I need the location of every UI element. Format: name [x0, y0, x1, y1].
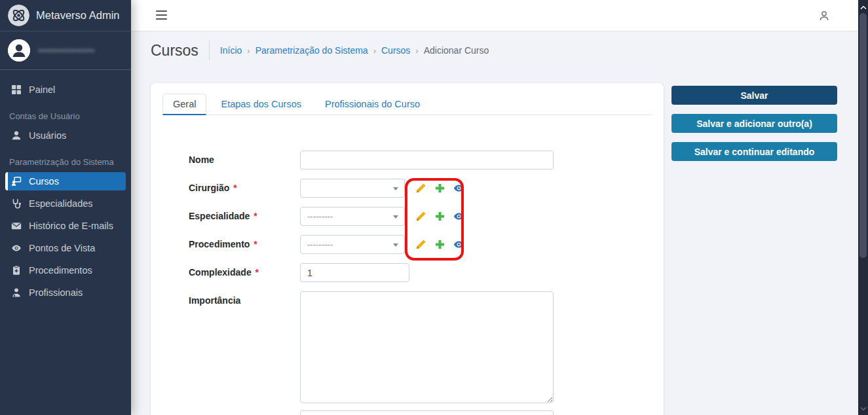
breadcrumb-cursos[interactable]: Cursos — [381, 45, 410, 56]
tab-bar: Geral Etapas dos Cursos Profissionais do… — [162, 94, 652, 115]
sidebar-item-procedimentos[interactable]: Procedimentos — [5, 261, 126, 280]
tab-geral[interactable]: Geral — [162, 94, 206, 115]
sidebar-nav: Painel Contas de Usuário Usuários Parame… — [0, 70, 131, 302]
scroll-up-arrow-icon[interactable] — [859, 3, 867, 12]
cirurgiao-select[interactable] — [300, 179, 405, 198]
header-divider — [209, 41, 210, 60]
user-avatar — [8, 39, 30, 62]
content-area: Cursos Início › Parametrização do Sistem… — [131, 31, 858, 415]
procedimento-related-actions — [415, 235, 464, 254]
sidebar-section-user-accounts: Contas de Usuário — [5, 103, 126, 126]
app: Metaverso Admin ••••••••••••••••••• Pain… — [0, 0, 868, 415]
view-eye-icon[interactable] — [453, 239, 464, 250]
course-form: Nome Cirurgião * — [151, 115, 664, 415]
breadcrumb-inicio[interactable]: Início — [220, 45, 242, 56]
sidebar-item-label: Procedimentos — [29, 265, 92, 276]
page-scrollbar[interactable] — [858, 0, 868, 415]
form-row-procedimento: Procedimento * --------- — [189, 235, 664, 254]
stethoscope-icon — [11, 198, 22, 209]
cirurgiao-related-actions — [415, 179, 464, 198]
form-row-complexidade: Complexidade * — [189, 263, 664, 282]
cirurgiao-label: Cirurgião * — [189, 179, 300, 198]
edit-pencil-icon[interactable] — [415, 239, 426, 250]
procedimento-select[interactable]: --------- — [300, 235, 405, 254]
edit-pencil-icon[interactable] — [415, 211, 426, 222]
save-actions-panel: Salvar Salvar e adicionar outro(a) Salva… — [671, 83, 837, 170]
top-navbar — [131, 0, 858, 31]
importancia-label: Importância — [189, 291, 300, 403]
grid-icon — [11, 84, 22, 95]
sidebar-item-label: Painel — [29, 84, 55, 95]
brand-link[interactable]: Metaverso Admin — [0, 0, 131, 31]
sidebar-item-label: Usuários — [29, 130, 66, 141]
breadcrumb-current: Adicionar Curso — [424, 45, 489, 56]
add-plus-icon[interactable] — [434, 211, 445, 222]
complexidade-label: Complexidade * — [189, 263, 300, 282]
sidebar-item-painel[interactable]: Painel — [5, 81, 126, 99]
complexidade-input[interactable] — [300, 263, 409, 282]
scroll-down-arrow-icon[interactable] — [859, 404, 867, 413]
user-outline-icon[interactable] — [818, 10, 830, 22]
importancia-textarea[interactable] — [300, 291, 554, 403]
form-row-importancia: Importância — [189, 291, 664, 403]
metaverso-logo-icon — [8, 5, 29, 26]
sidebar-item-label: Histórico de E-mails — [29, 221, 113, 231]
form-row-nome: Nome — [189, 151, 664, 170]
user-email-blurred: ••••••••••••••••••• — [38, 46, 94, 56]
salvar-e-adicionar-button[interactable]: Salvar e adicionar outro(a) — [671, 114, 837, 133]
required-marker: * — [255, 267, 259, 278]
form-row-especialidade: Especialidade * --------- — [189, 207, 664, 226]
form-row-cirurgiao: Cirurgião * — [189, 179, 664, 198]
sidebar-item-pontos-vista[interactable]: Pontos de Vista — [5, 239, 126, 257]
partial-bottom-input[interactable] — [300, 410, 554, 415]
user-panel[interactable]: ••••••••••••••••••• — [0, 31, 131, 70]
eye-icon — [11, 243, 22, 253]
sidebar-item-label: Cursos — [29, 176, 59, 187]
tab-profissionais-do-curso[interactable]: Profissionais do Curso — [316, 94, 429, 115]
especialidade-label: Especialidade * — [189, 207, 300, 226]
add-plus-icon[interactable] — [434, 183, 445, 194]
sidebar-item-label: Pontos de Vista — [29, 243, 95, 253]
form-row-partial — [189, 410, 664, 415]
user-doctor-icon — [11, 287, 22, 298]
breadcrumb-parametrizacao[interactable]: Parametrização do Sistema — [255, 45, 368, 56]
sidebar: Metaverso Admin ••••••••••••••••••• Pain… — [0, 0, 131, 415]
envelope-icon — [11, 221, 22, 231]
hamburger-menu-icon[interactable] — [156, 10, 167, 20]
salvar-button[interactable]: Salvar — [671, 86, 837, 105]
especialidade-related-actions — [415, 207, 464, 226]
breadcrumb-separator: › — [415, 46, 418, 56]
sidebar-item-label: Especialidades — [29, 198, 93, 209]
salvar-e-continuar-button[interactable]: Salvar e continuar editando — [671, 142, 837, 161]
sidebar-item-profissionais[interactable]: Profissionais — [5, 283, 126, 302]
sidebar-section-system-params: Parametrização do Sistema — [5, 149, 126, 172]
sidebar-item-cursos[interactable]: Cursos — [5, 172, 126, 190]
breadcrumb-separator: › — [247, 46, 250, 56]
page-title: Cursos — [151, 42, 198, 60]
edit-pencil-icon[interactable] — [415, 183, 426, 194]
required-marker: * — [254, 211, 257, 221]
clipboard-plus-icon — [11, 265, 22, 276]
scrollbar-thumb[interactable] — [859, 13, 867, 258]
tab-etapas-dos-cursos[interactable]: Etapas dos Cursos — [212, 94, 311, 115]
content-body: Geral Etapas dos Cursos Profissionais do… — [131, 83, 858, 415]
add-plus-icon[interactable] — [434, 239, 445, 250]
sidebar-item-historico-emails[interactable]: Histórico de E-mails — [5, 217, 126, 235]
sidebar-item-especialidades[interactable]: Especialidades — [5, 194, 126, 213]
required-marker: * — [254, 239, 257, 249]
chalkboard-user-icon — [11, 176, 22, 187]
partial-label — [189, 410, 300, 415]
especialidade-select[interactable]: --------- — [300, 207, 405, 226]
sidebar-item-label: Profissionais — [29, 287, 83, 298]
sidebar-item-usuarios[interactable]: Usuários — [5, 126, 126, 145]
view-eye-icon[interactable] — [453, 211, 464, 222]
nome-input[interactable] — [300, 151, 554, 170]
form-card: Geral Etapas dos Cursos Profissionais do… — [151, 83, 664, 415]
procedimento-label: Procedimento * — [189, 235, 300, 254]
view-eye-icon[interactable] — [453, 183, 464, 194]
breadcrumb-separator: › — [373, 46, 376, 56]
user-icon — [11, 130, 22, 141]
required-marker: * — [233, 183, 236, 193]
breadcrumb: Início › Parametrização do Sistema › Cur… — [220, 45, 489, 56]
brand-title: Metaverso Admin — [36, 9, 119, 22]
